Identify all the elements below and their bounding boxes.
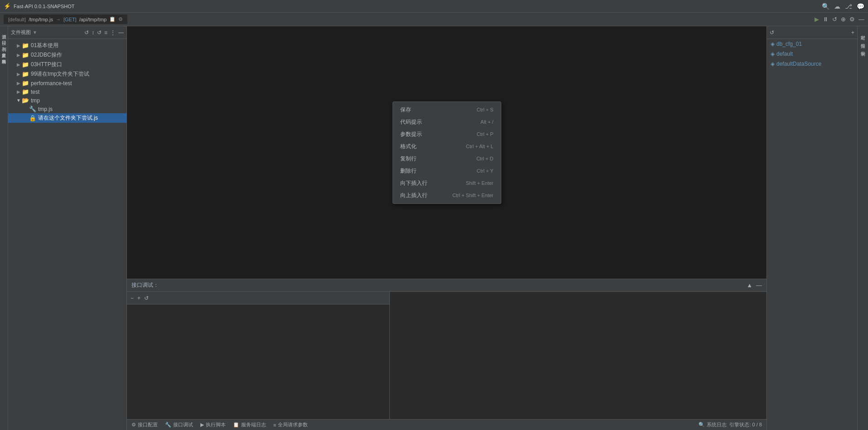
context-menu-deleteline-label: 删除行: [400, 167, 417, 175]
sidebar-more-icon[interactable]: ⋮: [110, 29, 116, 36]
tree-label-03: 03HTTP接口: [31, 61, 62, 68]
right-toolbar-report[interactable]: 报告: [860, 36, 866, 43]
tree-item-99[interactable]: ▶ 📁 99请在tmp文件夹下尝试: [8, 69, 126, 79]
tree-label-02: 02JDBC操作: [31, 51, 62, 59]
sidebar-list-icon[interactable]: ≡: [104, 29, 107, 36]
tree-arrow-03: ▶: [15, 62, 22, 67]
chat-icon[interactable]: 💬: [857, 3, 864, 10]
context-menu-insertbelow-shortcut: Shift + Enter: [466, 180, 494, 186]
left-toolbar-init[interactable]: 初始化脚本: [1, 53, 7, 59]
editor-area: 保存 Ctrl + S 代码提示 Alt + / 参数提示 Ctrl + P 格…: [127, 26, 766, 279]
context-menu-deleteline[interactable]: 删除行 Ctrl + Y: [393, 165, 501, 177]
bottom-left-panel: − + ↺: [127, 292, 390, 419]
context-menu-params-label: 参数提示: [400, 130, 422, 138]
sidebar-refresh-icon[interactable]: ↺: [84, 29, 89, 36]
tree-item-03[interactable]: ▶ 📁 03HTTP接口: [8, 60, 126, 69]
sidebar-close-icon[interactable]: —: [118, 29, 124, 36]
folder-icon-03: 📁: [22, 61, 29, 68]
bottom-left-content: [127, 304, 389, 419]
folder-icon-tmp: 📂: [22, 97, 29, 104]
status-server-log[interactable]: 📋 服务端日志: [233, 421, 266, 428]
context-menu-copyline-shortcut: Ctrl + D: [476, 156, 494, 161]
context-menu-params-shortcut: Ctrl + P: [477, 131, 494, 137]
tree-arrow-99: ▶: [15, 72, 22, 77]
exec-script-label: 执行脚本: [206, 421, 226, 428]
status-exec-script[interactable]: ▶ 执行脚本: [200, 421, 226, 428]
context-menu-copyline[interactable]: 复制行 Ctrl + D: [393, 153, 501, 165]
left-toolbar: 资源 接口 列表 自定义扩展 初始化脚本: [0, 26, 8, 430]
tab-copy-icon[interactable]: 📋: [109, 16, 116, 22]
status-api-debug[interactable]: 🔧 接口调试: [165, 421, 193, 428]
cloud-icon[interactable]: ☁: [834, 3, 840, 10]
context-menu-insertbelow[interactable]: 向下插入行 Shift + Enter: [393, 177, 501, 189]
context-menu-format[interactable]: 格式化 Ctrl + Alt + L: [393, 140, 501, 153]
status-system-log[interactable]: 🔍 系统日志: [698, 421, 727, 428]
right-toolbar-record[interactable]: 录制: [860, 44, 866, 52]
sidebar-dropdown-icon[interactable]: ▼: [33, 30, 37, 35]
rerun-icon[interactable]: ↺: [832, 16, 837, 23]
sidebar-reload-icon[interactable]: ↺: [97, 29, 102, 36]
folder-icon-01: 📁: [22, 42, 29, 49]
sidebar-toolbar: 文件视图 ▼ ↺ ↕ ↺ ≡ ⋮ —: [8, 26, 126, 39]
tree-label-tryjs: 请在这个文件夹下尝试.js: [38, 114, 98, 122]
tree-item-tmp[interactable]: ▼ 📂 tmp: [8, 96, 126, 105]
tree-arrow-02: ▶: [15, 53, 22, 58]
context-menu-params[interactable]: 参数提示 Ctrl + P: [393, 128, 501, 140]
sidebar-sort-icon[interactable]: ↕: [92, 29, 94, 36]
left-toolbar-custom[interactable]: 自定义扩展: [1, 47, 7, 53]
bottom-minus-btn[interactable]: −: [131, 295, 134, 301]
right-panel-refresh-btn[interactable]: ↺: [770, 29, 774, 36]
tab-bar: [default] /tmp/tmp.js → [GET] /api/tmp/t…: [0, 13, 868, 26]
main-tab[interactable]: [default] /tmp/tmp.js → [GET] /api/tmp/t…: [4, 14, 127, 24]
right-panel-db-cfg-01[interactable]: ◈ db_cfg_01: [767, 39, 857, 49]
right-panel-default[interactable]: ◈ default: [767, 49, 857, 59]
tree-item-01[interactable]: ▶ 📁 01基本使用: [8, 41, 126, 50]
tree-item-pt[interactable]: ▶ 📁 performance-test: [8, 79, 126, 87]
left-toolbar-list[interactable]: 列表: [1, 41, 7, 46]
tree-label-test: test: [31, 89, 39, 95]
tab-api-path: /api/tmp/tmp: [79, 17, 107, 22]
tree-item-test[interactable]: ▶ 📁 test: [8, 87, 126, 96]
add-tab-icon[interactable]: ⊕: [841, 16, 846, 23]
run-icon[interactable]: ▶: [815, 16, 819, 23]
search-icon[interactable]: 🔍: [822, 3, 829, 10]
context-menu-insertabove[interactable]: 向上插入行 Ctrl + Shift + Enter: [393, 189, 501, 202]
center-area: 保存 Ctrl + S 代码提示 Alt + / 参数提示 Ctrl + P 格…: [127, 26, 766, 430]
context-menu-copyline-label: 复制行: [400, 155, 417, 163]
pause-icon[interactable]: ⏸: [823, 16, 829, 23]
tree-arrow-01: ▶: [15, 43, 22, 48]
status-api-config[interactable]: ⚙ 接口配置: [131, 421, 158, 428]
right-panel-defaultdatasource[interactable]: ◈ defaultDataSource: [767, 59, 857, 69]
tree-label-tmp: tmp: [31, 97, 40, 104]
bottom-panel-close-icon[interactable]: —: [756, 282, 762, 289]
bottom-refresh-btn[interactable]: ↺: [144, 295, 149, 301]
context-menu-format-label: 格式化: [400, 143, 417, 150]
datasource-icon-default: ◈: [771, 51, 775, 57]
tree-item-tryjs[interactable]: 🔒 请在这个文件夹下尝试.js: [8, 113, 126, 123]
tree-item-02[interactable]: ▶ 📁 02JDBC操作: [8, 50, 126, 60]
api-debug-icon: 🔧: [165, 422, 171, 428]
tab-settings-icon[interactable]: ⚙: [118, 16, 123, 22]
tree-item-tmpjs[interactable]: 🔧 tmp.js: [8, 105, 126, 113]
context-menu-save[interactable]: 保存 Ctrl + S: [393, 104, 501, 116]
app-title: Fast-API 0.0.1-SNAPSHOT: [14, 4, 74, 9]
api-config-label: 接口配置: [138, 421, 158, 428]
bottom-plus-btn[interactable]: +: [137, 295, 141, 301]
tab-arrow: →: [56, 17, 61, 22]
sidebar: 文件视图 ▼ ↺ ↕ ↺ ≡ ⋮ — ▶ 📁 01基本使用 ▶: [8, 26, 127, 430]
bottom-panel-collapse-icon[interactable]: ▲: [747, 282, 752, 289]
minimize-icon[interactable]: —: [858, 16, 864, 23]
file-icon-tmpjs: 🔧: [29, 106, 36, 112]
context-menu: 保存 Ctrl + S 代码提示 Alt + / 参数提示 Ctrl + P 格…: [393, 101, 501, 204]
left-toolbar-api[interactable]: 接口: [1, 34, 7, 40]
github-icon[interactable]: ⎇: [845, 3, 852, 10]
status-global-params[interactable]: ≡ 全局请求参数: [273, 421, 308, 428]
engine-state-label: 引擎状态: 0 / 8: [729, 421, 762, 428]
right-panel-add-btn[interactable]: +: [851, 29, 854, 36]
left-toolbar-resources[interactable]: 资源: [1, 28, 7, 34]
tree-label-01: 01基本使用: [31, 42, 58, 49]
settings-icon[interactable]: ⚙: [849, 16, 855, 23]
main-layout: 资源 接口 列表 自定义扩展 初始化脚本 文件视图 ▼ ↺ ↕ ↺ ≡ ⋮ — …: [0, 26, 868, 430]
right-toolbar-timing[interactable]: 定时: [860, 28, 866, 35]
context-menu-autocomplete[interactable]: 代码提示 Alt + /: [393, 116, 501, 128]
